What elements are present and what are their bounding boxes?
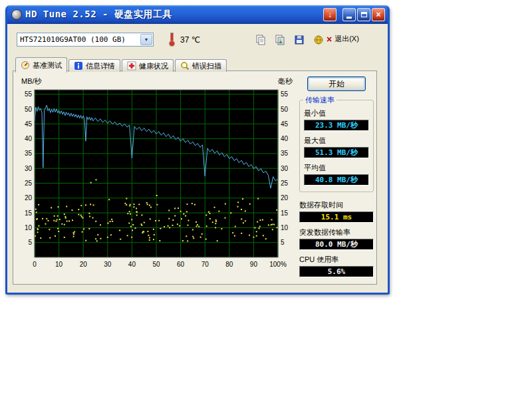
- tab-benchmark[interactable]: 基准测试: [15, 57, 67, 72]
- burst-rate-value: 80.0 MB/秒: [299, 239, 374, 250]
- access-time-value: 15.1 ms: [299, 211, 374, 223]
- exit-button[interactable]: × 退出(X): [327, 34, 359, 44]
- svg-text:25: 25: [281, 180, 289, 187]
- svg-text:20: 20: [25, 194, 33, 201]
- svg-text:40: 40: [25, 135, 33, 142]
- website-button[interactable]: [310, 32, 327, 48]
- thermometer-icon: [169, 33, 175, 47]
- svg-text:50: 50: [25, 106, 33, 113]
- error-scan-icon: [180, 61, 190, 70]
- tab-error-scan-label: 错误扫描: [192, 61, 221, 71]
- copy-image-button[interactable]: [271, 32, 289, 48]
- benchmark-panel: MB/秒 毫秒 55555050454540403535303025252020…: [13, 70, 377, 285]
- transfer-rate-title: 传输速率: [303, 95, 336, 105]
- svg-text:30: 30: [281, 165, 289, 172]
- access-time-label: 数据存取时间: [299, 200, 374, 210]
- temperature-label: 37 ℃: [180, 35, 200, 45]
- svg-text:0: 0: [33, 261, 37, 268]
- info-icon: [74, 61, 83, 70]
- tab-info[interactable]: 信息详情: [68, 59, 120, 72]
- avg-label: 平均值: [304, 163, 369, 173]
- save-icon: [294, 35, 305, 45]
- avg-value: 40.8 MB/秒: [304, 174, 369, 186]
- svg-text:20: 20: [80, 261, 88, 268]
- svg-text:10: 10: [281, 224, 289, 231]
- window-title: HD Tune 2.52 - 硬盘实用工具: [25, 9, 323, 21]
- cpu-usage-value: 5.6%: [299, 266, 374, 277]
- svg-text:20: 20: [281, 194, 289, 201]
- minimize-icon: [346, 17, 352, 19]
- close-button[interactable]: ×: [372, 8, 385, 21]
- min-label: 最小值: [304, 108, 369, 118]
- website-icon: [313, 35, 324, 45]
- svg-text:5: 5: [281, 239, 285, 246]
- hd-tune-window: HD Tune 2.52 - 硬盘实用工具 ↓ × HTS721010G9AT0…: [5, 5, 390, 295]
- health-icon: [127, 61, 136, 70]
- tab-health-label: 健康状况: [139, 61, 168, 71]
- toolbar-icons: [252, 32, 327, 48]
- svg-text:15: 15: [281, 209, 289, 217]
- tab-info-label: 信息详情: [86, 61, 115, 71]
- svg-text:35: 35: [281, 150, 289, 157]
- client-area: HTS721010G9AT00 (100 GB) ▼ 37 ℃: [7, 24, 388, 293]
- title-bar[interactable]: HD Tune 2.52 - 硬盘实用工具 ↓ ×: [7, 5, 388, 24]
- minimize-button[interactable]: [342, 8, 356, 21]
- svg-text:40: 40: [281, 135, 289, 142]
- tab-benchmark-label: 基准测试: [33, 61, 62, 70]
- svg-text:10: 10: [25, 224, 33, 231]
- max-label: 最大值: [304, 136, 369, 146]
- min-value: 23.3 MB/秒: [304, 120, 369, 131]
- maximize-icon: [361, 12, 367, 17]
- max-value: 51.3 MB/秒: [304, 147, 369, 158]
- svg-text:60: 60: [177, 261, 185, 268]
- cpu-usage-label: CPU 使用率: [299, 255, 374, 265]
- svg-text:10: 10: [55, 261, 63, 268]
- tab-health[interactable]: 健康状况: [122, 59, 174, 72]
- transfer-rate-group: 传输速率 最小值 23.3 MB/秒 最大值 51.3 MB/秒 平均值 40.…: [299, 100, 374, 192]
- window-controls: ↓ ×: [323, 8, 385, 21]
- burst-rate-label: 突发数据传输率: [299, 227, 374, 237]
- tab-error-scan[interactable]: 错误扫描: [175, 59, 227, 72]
- svg-text:40: 40: [128, 261, 136, 268]
- chevron-down-icon[interactable]: ▼: [140, 34, 152, 45]
- svg-text:45: 45: [25, 120, 33, 128]
- svg-text:30: 30: [104, 261, 112, 268]
- exit-x-icon: ×: [327, 35, 332, 44]
- exit-label: 退出(X): [334, 34, 359, 44]
- svg-text:30: 30: [25, 165, 33, 172]
- download-arrow-icon: ↓: [328, 11, 332, 19]
- save-button[interactable]: [291, 32, 308, 48]
- svg-text:80: 80: [225, 261, 233, 268]
- svg-text:70: 70: [201, 261, 209, 268]
- benchmark-chart: 5555505045454040353530302525202015151010…: [16, 84, 295, 277]
- svg-text:55: 55: [25, 90, 33, 98]
- start-button[interactable]: 开始: [307, 76, 366, 91]
- svg-text:35: 35: [25, 150, 33, 157]
- svg-text:25: 25: [25, 180, 33, 187]
- svg-text:50: 50: [152, 261, 160, 268]
- close-icon: ×: [376, 11, 380, 19]
- tab-strip: 基准测试 信息详情 健康状况: [15, 56, 228, 71]
- svg-text:55: 55: [281, 90, 289, 98]
- svg-text:50: 50: [281, 106, 289, 113]
- svg-text:15: 15: [25, 209, 33, 217]
- copy-text-icon: [255, 35, 266, 45]
- dropdown-arrow-glyph: ▼: [144, 37, 149, 42]
- maximize-button[interactable]: [357, 8, 370, 21]
- results-column: 开始 传输速率 最小值 23.3 MB/秒 最大值 51.3 MB/秒 平均值 …: [299, 76, 374, 282]
- copy-image-icon: [275, 35, 285, 45]
- benchmark-icon: [21, 61, 30, 70]
- app-icon: [11, 9, 22, 20]
- download-button[interactable]: ↓: [323, 8, 336, 21]
- svg-text:90: 90: [250, 261, 258, 268]
- drive-select-value: HTS721010G9AT00 (100 GB): [17, 35, 140, 44]
- svg-text:100%: 100%: [269, 261, 287, 268]
- copy-text-button[interactable]: [252, 32, 269, 48]
- drive-select[interactable]: HTS721010G9AT00 (100 GB) ▼: [17, 33, 154, 47]
- svg-text:5: 5: [28, 239, 32, 246]
- svg-text:45: 45: [281, 120, 289, 128]
